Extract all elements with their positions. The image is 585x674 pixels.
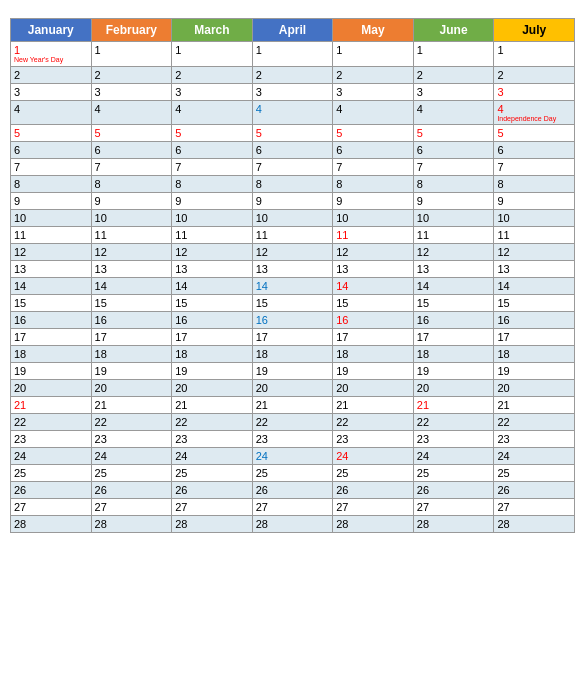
day-number: 10 xyxy=(417,212,429,224)
calendar-cell: 9 xyxy=(333,193,414,210)
day-number: 6 xyxy=(497,144,503,156)
day-number: 14 xyxy=(417,280,429,292)
table-row: 27272727272727 xyxy=(11,499,575,516)
calendar-cell: 3 xyxy=(494,83,575,100)
calendar-cell: 19 xyxy=(252,363,333,380)
calendar-cell: 4 xyxy=(91,100,172,125)
calendar-cell: 18 xyxy=(333,346,414,363)
calendar-cell: 8 xyxy=(91,176,172,193)
day-number: 11 xyxy=(95,229,107,241)
calendar-cell: 7 xyxy=(91,159,172,176)
calendar-cell: 7 xyxy=(413,159,494,176)
calendar-cell: 14 xyxy=(11,278,92,295)
calendar-cell: 21 xyxy=(172,397,253,414)
calendar-cell: 2 xyxy=(494,66,575,83)
calendar-cell: 10 xyxy=(494,210,575,227)
calendar-cell: 2 xyxy=(91,66,172,83)
calendar-cell: 25 xyxy=(333,465,414,482)
day-number: 5 xyxy=(95,127,101,139)
calendar-cell: 23 xyxy=(252,431,333,448)
day-number: 17 xyxy=(417,331,429,343)
calendar-cell: 25 xyxy=(252,465,333,482)
day-number: 6 xyxy=(417,144,423,156)
calendar-cell: 1 xyxy=(172,42,253,67)
calendar-cell: 18 xyxy=(11,346,92,363)
calendar-cell: 1 xyxy=(413,42,494,67)
day-number: 14 xyxy=(95,280,107,292)
calendar-cell: 14 xyxy=(494,278,575,295)
calendar-cell: 27 xyxy=(11,499,92,516)
calendar-cell: 13 xyxy=(413,261,494,278)
day-number: 22 xyxy=(95,416,107,428)
day-number: 7 xyxy=(14,161,20,173)
calendar-cell: 22 xyxy=(11,414,92,431)
calendar-cell: 20 xyxy=(413,380,494,397)
calendar-cell: 10 xyxy=(172,210,253,227)
calendar-cell: 4 xyxy=(172,100,253,125)
day-number: 18 xyxy=(175,348,187,360)
calendar-cell: 28 xyxy=(91,516,172,533)
day-number: 25 xyxy=(95,467,107,479)
calendar-cell: 26 xyxy=(252,482,333,499)
calendar-cell: 10 xyxy=(333,210,414,227)
calendar-cell: 12 xyxy=(172,244,253,261)
calendar-cell: 27 xyxy=(172,499,253,516)
day-number: 23 xyxy=(175,433,187,445)
calendar-cell: 1 xyxy=(252,42,333,67)
day-number: 7 xyxy=(256,161,262,173)
day-number: 16 xyxy=(175,314,187,326)
calendar-cell: 16 xyxy=(91,312,172,329)
day-number: 23 xyxy=(14,433,26,445)
calendar-cell: 18 xyxy=(91,346,172,363)
day-number: 19 xyxy=(14,365,26,377)
day-number: 12 xyxy=(256,246,268,258)
day-number: 1 xyxy=(256,44,262,56)
calendar-cell: 20 xyxy=(252,380,333,397)
calendar-cell: 9 xyxy=(413,193,494,210)
calendar-cell: 11 xyxy=(91,227,172,244)
calendar-cell: 26 xyxy=(413,482,494,499)
day-number: 28 xyxy=(417,518,429,530)
calendar-cell: 13 xyxy=(252,261,333,278)
day-number: 23 xyxy=(497,433,509,445)
day-number: 19 xyxy=(336,365,348,377)
calendar-cell: 26 xyxy=(11,482,92,499)
day-number: 18 xyxy=(336,348,348,360)
calendar-cell: 3 xyxy=(172,83,253,100)
calendar-cell: 23 xyxy=(333,431,414,448)
calendar-cell: 4Independence Day xyxy=(494,100,575,125)
day-number: 7 xyxy=(175,161,181,173)
calendar-cell: 25 xyxy=(494,465,575,482)
day-number: 16 xyxy=(336,314,348,326)
calendar-cell: 20 xyxy=(494,380,575,397)
day-number: 28 xyxy=(175,518,187,530)
calendar-cell: 12 xyxy=(11,244,92,261)
day-number: 28 xyxy=(95,518,107,530)
table-row: 15151515151515 xyxy=(11,295,575,312)
day-number: 23 xyxy=(95,433,107,445)
calendar-cell: 24 xyxy=(494,448,575,465)
table-row: 18181818181818 xyxy=(11,346,575,363)
calendar-cell: 7 xyxy=(252,159,333,176)
day-number: 25 xyxy=(14,467,26,479)
month-header-january: January xyxy=(11,19,92,42)
calendar-cell: 8 xyxy=(333,176,414,193)
day-number: 19 xyxy=(95,365,107,377)
calendar-cell: 13 xyxy=(91,261,172,278)
day-number: 11 xyxy=(417,229,429,241)
calendar-cell: 17 xyxy=(172,329,253,346)
day-number: 16 xyxy=(14,314,26,326)
calendar-cell: 25 xyxy=(11,465,92,482)
day-number: 24 xyxy=(336,450,348,462)
calendar-cell: 16 xyxy=(11,312,92,329)
calendar-cell: 17 xyxy=(91,329,172,346)
day-number: 28 xyxy=(497,518,509,530)
day-number: 9 xyxy=(175,195,181,207)
calendar-cell: 10 xyxy=(413,210,494,227)
calendar-cell: 6 xyxy=(494,142,575,159)
calendar-cell: 14 xyxy=(333,278,414,295)
day-number: 21 xyxy=(175,399,187,411)
calendar-cell: 9 xyxy=(91,193,172,210)
day-number: 11 xyxy=(497,229,509,241)
day-number: 8 xyxy=(95,178,101,190)
